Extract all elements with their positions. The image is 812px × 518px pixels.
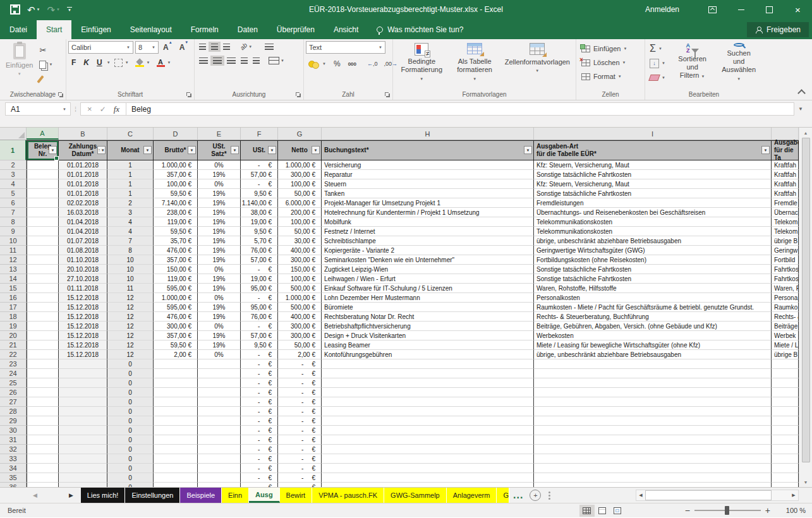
cell-C19[interactable]: 12 <box>107 322 154 331</box>
cell-B21[interactable]: 15.12.2018 <box>59 340 107 350</box>
conditional-formatting-button[interactable]: ≠ Bedingte Formatierung ▼ <box>395 41 449 85</box>
column-header-D[interactable]: D <box>154 128 198 140</box>
cell-I13[interactable]: Sonstige tatsächliche Fahrtkosten <box>534 265 772 274</box>
format-painter-button[interactable] <box>37 73 55 85</box>
tab-daten[interactable]: Daten <box>228 20 267 39</box>
row-header-30[interactable]: 30 <box>0 426 27 435</box>
cell-F30[interactable]: -€ <box>241 426 278 435</box>
cell-B30[interactable] <box>59 426 107 435</box>
cell-F9[interactable]: 9,50 € <box>241 227 278 236</box>
cell-D9[interactable]: 59,50 € <box>154 227 198 236</box>
cell-B34[interactable] <box>59 464 107 473</box>
cell-I29[interactable] <box>534 416 772 426</box>
sort-filter-button[interactable]: AZ Sortieren und Filtern ▼ <box>669 41 715 85</box>
cell-H35[interactable] <box>322 473 534 483</box>
cell-J18[interactable]: Rechts- & <box>772 312 799 322</box>
cell-F19[interactable]: -€ <box>241 322 278 331</box>
cell-C23[interactable]: 0 <box>107 359 154 369</box>
tab-start[interactable]: Start <box>37 20 71 39</box>
zoom-slider[interactable] <box>694 510 761 511</box>
cell-C31[interactable]: 0 <box>107 435 154 445</box>
cell-A9[interactable] <box>27 227 59 236</box>
header-cell-H[interactable]: Buchungstext*▼ <box>322 140 534 160</box>
cell-H7[interactable]: Hotelrechnung für Kundentermin / Projekt… <box>322 208 534 217</box>
column-header-C[interactable]: C <box>107 128 154 140</box>
cell-F7[interactable]: 38,00 € <box>241 208 278 217</box>
cell-B20[interactable]: 15.12.2018 <box>59 331 107 340</box>
cell-J12[interactable]: Fortbild <box>772 255 799 265</box>
cell-D31[interactable] <box>154 435 198 445</box>
cell-A28[interactable] <box>27 407 59 416</box>
cell-C18[interactable]: 12 <box>107 312 154 322</box>
cell-A8[interactable] <box>27 217 59 227</box>
cell-A22[interactable] <box>27 350 59 359</box>
cell-B8[interactable]: 01.04.2018 <box>59 217 107 227</box>
cell-E2[interactable]: 0% <box>198 160 241 170</box>
cell-J17[interactable]: Raumko <box>772 303 799 312</box>
cell-G31[interactable]: -€ <box>278 435 322 445</box>
column-header-E[interactable]: E <box>198 128 241 140</box>
underline-button[interactable]: U <box>94 57 106 68</box>
cell-F32[interactable]: -€ <box>241 445 278 454</box>
cell-E24[interactable] <box>198 369 241 378</box>
cell-I31[interactable] <box>534 435 772 445</box>
cell-J5[interactable]: Kraftfah <box>772 189 799 198</box>
cell-D22[interactable]: 2,00 € <box>154 350 198 359</box>
scroll-right-icon[interactable]: ▶ <box>789 490 798 500</box>
cell-D7[interactable]: 238,00 € <box>154 208 198 217</box>
scroll-up-icon[interactable]: ▲ <box>799 128 812 138</box>
ribbon-display-options-icon[interactable] <box>698 0 727 19</box>
cell-A2[interactable] <box>27 160 59 170</box>
column-header-J[interactable] <box>772 128 799 140</box>
cell-J19[interactable]: Beiträge <box>772 322 799 331</box>
cell-I19[interactable]: Beiträge, Gebühren, Abgaben, Versich. (o… <box>534 322 772 331</box>
cell-J4[interactable]: Kraftfah <box>772 179 799 189</box>
collapse-ribbon-icon[interactable] <box>797 89 806 97</box>
cell-J16[interactable]: Persona <box>772 293 799 303</box>
cell-A19[interactable] <box>27 322 59 331</box>
cell-D20[interactable]: 357,00 € <box>154 331 198 340</box>
cell-I14[interactable]: Sonstige tatsächliche Fahrtkosten <box>534 274 772 284</box>
cell-C36[interactable]: 0 <box>107 483 154 487</box>
row-header-32[interactable]: 32 <box>0 445 27 454</box>
cell-B17[interactable]: 15.12.2018 <box>59 303 107 312</box>
cell-E23[interactable] <box>198 359 241 369</box>
cell-B3[interactable]: 01.01.2018 <box>59 170 107 179</box>
cell-B24[interactable] <box>59 369 107 378</box>
cell-F2[interactable]: -€ <box>241 160 278 170</box>
cell-C15[interactable]: 11 <box>107 284 154 293</box>
row-header-13[interactable]: 13 <box>0 265 27 274</box>
cell-I28[interactable] <box>534 407 772 416</box>
format-cells-button[interactable]: Format▼ <box>578 70 624 83</box>
cell-G9[interactable]: 50,00 € <box>278 227 322 236</box>
cell-H36[interactable] <box>322 483 534 487</box>
cell-E25[interactable] <box>198 378 241 388</box>
cell-A21[interactable] <box>27 340 59 350</box>
cell-C3[interactable]: 1 <box>107 170 154 179</box>
cell-H23[interactable] <box>322 359 534 369</box>
cell-J13[interactable]: Fahrtkos <box>772 265 799 274</box>
cell-B33[interactable] <box>59 454 107 464</box>
cell-A17[interactable] <box>27 303 59 312</box>
decrease-font-icon[interactable]: A▼ <box>177 42 191 53</box>
cell-A4[interactable] <box>27 179 59 189</box>
row-header-9[interactable]: 9 <box>0 227 27 236</box>
cell-B12[interactable]: 01.10.2018 <box>59 255 107 265</box>
scroll-left-icon[interactable]: ◀ <box>636 490 645 500</box>
cell-H30[interactable] <box>322 426 534 435</box>
cell-C13[interactable]: 10 <box>107 265 154 274</box>
cell-H28[interactable] <box>322 407 534 416</box>
sheet-tab-einn[interactable]: Einn <box>222 488 249 503</box>
cell-D4[interactable]: 100,00 € <box>154 179 198 189</box>
cell-A11[interactable] <box>27 246 59 255</box>
cell-I26[interactable] <box>534 388 772 397</box>
row-header-5[interactable]: 5 <box>0 189 27 198</box>
italic-button[interactable]: K <box>80 57 92 68</box>
maximize-icon[interactable] <box>755 0 784 19</box>
cell-F8[interactable]: 19,00 € <box>241 217 278 227</box>
cut-button[interactable]: ✂ <box>37 44 55 56</box>
cell-F20[interactable]: 57,00 € <box>241 331 278 340</box>
cell-J31[interactable] <box>772 435 799 445</box>
cell-J25[interactable] <box>772 378 799 388</box>
cell-I16[interactable]: Personalkosten <box>534 293 772 303</box>
